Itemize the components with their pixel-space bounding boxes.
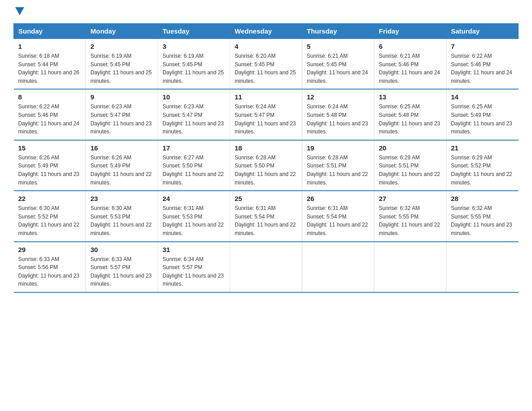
calendar-cell: 30 Sunrise: 6:33 AMSunset: 5:57 PMDaylig… <box>86 242 158 292</box>
day-number: 15 <box>18 144 82 152</box>
header-monday: Monday <box>86 24 158 39</box>
day-number: 25 <box>235 195 297 202</box>
day-number: 2 <box>90 43 153 50</box>
calendar-cell <box>230 242 302 292</box>
day-number: 30 <box>90 246 153 253</box>
day-number: 8 <box>18 93 82 101</box>
day-number: 7 <box>451 43 514 50</box>
day-info: Sunrise: 6:31 AMSunset: 5:54 PMDaylight:… <box>235 205 296 236</box>
day-number: 17 <box>163 144 225 152</box>
calendar-cell: 6 Sunrise: 6:21 AMSunset: 5:46 PMDayligh… <box>374 39 446 90</box>
day-info: Sunrise: 6:33 AMSunset: 5:57 PMDaylight:… <box>90 256 152 287</box>
calendar-header-row: SundayMondayTuesdayWednesdayThursdayFrid… <box>14 24 519 39</box>
calendar-cell: 26 Sunrise: 6:31 AMSunset: 5:54 PMDaylig… <box>302 191 374 241</box>
day-number: 26 <box>307 195 369 202</box>
day-number: 18 <box>235 144 297 152</box>
calendar-cell: 28 Sunrise: 6:32 AMSunset: 5:55 PMDaylig… <box>446 191 519 241</box>
calendar-cell: 12 Sunrise: 6:24 AMSunset: 5:48 PMDaylig… <box>302 89 374 140</box>
day-info: Sunrise: 6:29 AMSunset: 5:51 PMDaylight:… <box>379 154 440 186</box>
day-info: Sunrise: 6:22 AMSunset: 5:46 PMDaylight:… <box>18 103 80 135</box>
day-number: 11 <box>235 93 297 101</box>
day-info: Sunrise: 6:34 AMSunset: 5:57 PMDaylight:… <box>163 256 224 287</box>
calendar-cell: 20 Sunrise: 6:29 AMSunset: 5:51 PMDaylig… <box>374 140 446 191</box>
calendar-cell: 31 Sunrise: 6:34 AMSunset: 5:57 PMDaylig… <box>158 242 230 292</box>
header-wednesday: Wednesday <box>230 24 302 39</box>
day-number: 10 <box>163 93 225 101</box>
calendar-cell: 15 Sunrise: 6:26 AMSunset: 5:49 PMDaylig… <box>14 140 86 191</box>
calendar-cell: 13 Sunrise: 6:25 AMSunset: 5:48 PMDaylig… <box>374 89 446 140</box>
day-info: Sunrise: 6:20 AMSunset: 5:45 PMDaylight:… <box>235 53 296 84</box>
calendar-cell: 23 Sunrise: 6:30 AMSunset: 5:53 PMDaylig… <box>86 191 158 241</box>
day-info: Sunrise: 6:23 AMSunset: 5:47 PMDaylight:… <box>90 103 152 135</box>
calendar-cell: 10 Sunrise: 6:23 AMSunset: 5:47 PMDaylig… <box>158 89 230 140</box>
calendar-cell: 18 Sunrise: 6:28 AMSunset: 5:50 PMDaylig… <box>230 140 302 191</box>
day-info: Sunrise: 6:30 AMSunset: 5:53 PMDaylight:… <box>90 205 152 236</box>
header-thursday: Thursday <box>302 24 374 39</box>
calendar-cell: 9 Sunrise: 6:23 AMSunset: 5:47 PMDayligh… <box>86 89 158 140</box>
day-number: 12 <box>307 93 369 101</box>
day-info: Sunrise: 6:31 AMSunset: 5:54 PMDaylight:… <box>307 205 368 236</box>
day-number: 19 <box>307 144 369 152</box>
header-friday: Friday <box>374 24 446 39</box>
day-info: Sunrise: 6:28 AMSunset: 5:50 PMDaylight:… <box>235 154 296 186</box>
page-header <box>13 9 519 15</box>
day-number: 5 <box>307 43 369 50</box>
day-info: Sunrise: 6:19 AMSunset: 5:45 PMDaylight:… <box>163 53 224 84</box>
calendar-cell: 3 Sunrise: 6:19 AMSunset: 5:45 PMDayligh… <box>158 39 230 90</box>
day-info: Sunrise: 6:27 AMSunset: 5:50 PMDaylight:… <box>163 154 224 186</box>
day-number: 29 <box>18 246 82 253</box>
calendar-cell: 2 Sunrise: 6:19 AMSunset: 5:45 PMDayligh… <box>86 39 158 90</box>
day-info: Sunrise: 6:30 AMSunset: 5:52 PMDaylight:… <box>18 205 80 236</box>
day-number: 1 <box>18 43 82 50</box>
day-number: 9 <box>90 93 153 101</box>
calendar-table: SundayMondayTuesdayWednesdayThursdayFrid… <box>13 23 519 293</box>
day-number: 14 <box>451 93 514 101</box>
calendar-cell: 16 Sunrise: 6:26 AMSunset: 5:49 PMDaylig… <box>86 140 158 191</box>
calendar-week-row: 15 Sunrise: 6:26 AMSunset: 5:49 PMDaylig… <box>14 140 519 191</box>
day-info: Sunrise: 6:26 AMSunset: 5:49 PMDaylight:… <box>18 154 80 186</box>
calendar-week-row: 8 Sunrise: 6:22 AMSunset: 5:46 PMDayligh… <box>14 89 519 140</box>
header-saturday: Saturday <box>446 24 519 39</box>
logo-triangle-icon <box>15 7 24 15</box>
calendar-cell: 7 Sunrise: 6:22 AMSunset: 5:46 PMDayligh… <box>446 39 519 90</box>
day-info: Sunrise: 6:21 AMSunset: 5:46 PMDaylight:… <box>379 53 440 84</box>
header-tuesday: Tuesday <box>158 24 230 39</box>
calendar-cell <box>374 242 446 292</box>
day-number: 22 <box>18 195 82 202</box>
calendar-cell: 1 Sunrise: 6:18 AMSunset: 5:44 PMDayligh… <box>14 39 86 90</box>
day-number: 28 <box>451 195 514 202</box>
day-info: Sunrise: 6:33 AMSunset: 5:56 PMDaylight:… <box>18 256 80 287</box>
day-info: Sunrise: 6:32 AMSunset: 5:55 PMDaylight:… <box>451 205 512 236</box>
day-number: 3 <box>163 43 225 50</box>
calendar-cell: 22 Sunrise: 6:30 AMSunset: 5:52 PMDaylig… <box>14 191 86 241</box>
day-number: 24 <box>163 195 225 202</box>
logo <box>13 9 24 15</box>
day-info: Sunrise: 6:24 AMSunset: 5:48 PMDaylight:… <box>307 103 368 135</box>
calendar-cell <box>446 242 519 292</box>
calendar-cell: 8 Sunrise: 6:22 AMSunset: 5:46 PMDayligh… <box>14 89 86 140</box>
day-info: Sunrise: 6:26 AMSunset: 5:49 PMDaylight:… <box>90 154 152 186</box>
calendar-cell <box>302 242 374 292</box>
day-info: Sunrise: 6:19 AMSunset: 5:45 PMDaylight:… <box>90 53 152 84</box>
day-info: Sunrise: 6:24 AMSunset: 5:47 PMDaylight:… <box>235 103 296 135</box>
calendar-cell: 4 Sunrise: 6:20 AMSunset: 5:45 PMDayligh… <box>230 39 302 90</box>
calendar-cell: 24 Sunrise: 6:31 AMSunset: 5:53 PMDaylig… <box>158 191 230 241</box>
calendar-cell: 14 Sunrise: 6:25 AMSunset: 5:49 PMDaylig… <box>446 89 519 140</box>
calendar-cell: 5 Sunrise: 6:21 AMSunset: 5:45 PMDayligh… <box>302 39 374 90</box>
day-info: Sunrise: 6:22 AMSunset: 5:46 PMDaylight:… <box>451 53 512 84</box>
calendar-cell: 17 Sunrise: 6:27 AMSunset: 5:50 PMDaylig… <box>158 140 230 191</box>
day-number: 23 <box>90 195 153 202</box>
calendar-cell: 25 Sunrise: 6:31 AMSunset: 5:54 PMDaylig… <box>230 191 302 241</box>
day-number: 16 <box>90 144 153 152</box>
calendar-week-row: 29 Sunrise: 6:33 AMSunset: 5:56 PMDaylig… <box>14 242 519 292</box>
day-info: Sunrise: 6:18 AMSunset: 5:44 PMDaylight:… <box>18 53 80 84</box>
calendar-cell: 27 Sunrise: 6:32 AMSunset: 5:55 PMDaylig… <box>374 191 446 241</box>
day-info: Sunrise: 6:25 AMSunset: 5:49 PMDaylight:… <box>451 103 512 135</box>
calendar-week-row: 1 Sunrise: 6:18 AMSunset: 5:44 PMDayligh… <box>14 39 519 90</box>
day-number: 6 <box>379 43 442 50</box>
day-info: Sunrise: 6:29 AMSunset: 5:52 PMDaylight:… <box>451 154 512 186</box>
day-number: 21 <box>451 144 514 152</box>
calendar-cell: 19 Sunrise: 6:28 AMSunset: 5:51 PMDaylig… <box>302 140 374 191</box>
calendar-week-row: 22 Sunrise: 6:30 AMSunset: 5:52 PMDaylig… <box>14 191 519 241</box>
day-number: 4 <box>235 43 297 50</box>
